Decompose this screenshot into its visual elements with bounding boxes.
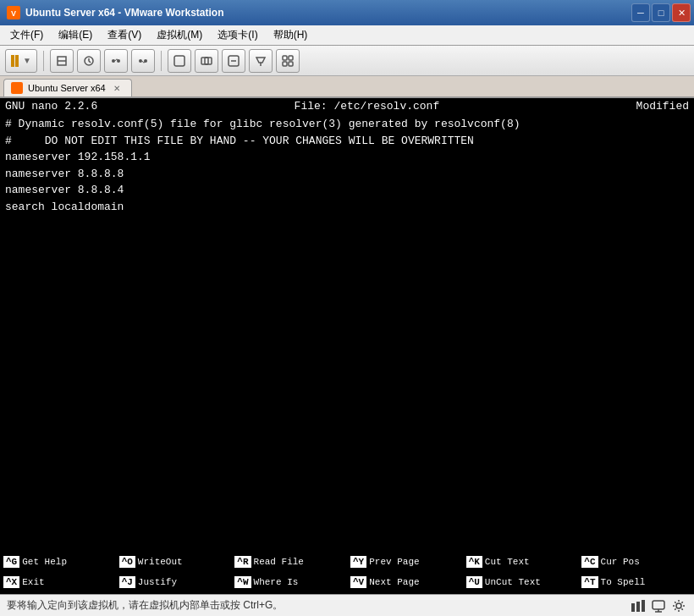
settings-icon-status	[670, 597, 687, 614]
shortcut-key[interactable]: ^V	[350, 576, 366, 588]
svg-rect-21	[631, 603, 635, 612]
shortcut-key[interactable]: ^K	[466, 556, 482, 568]
toolbar-btn-5[interactable]	[168, 49, 191, 73]
terminal-line: search localdomain	[5, 199, 689, 216]
terminal-line: nameserver 8.8.8.8	[5, 166, 689, 183]
shortcut-key[interactable]: ^U	[466, 576, 482, 588]
toolbar-btn-9[interactable]	[276, 49, 300, 73]
menu-edit[interactable]: 编辑(E)	[52, 26, 99, 44]
shortcut-item: ^KCut Text	[463, 552, 579, 572]
nano-header-right: Modified	[636, 100, 689, 113]
toolbar: ▼	[0, 46, 694, 76]
svg-rect-17	[289, 56, 293, 60]
shortcut-bar: ^GGet Help^OWriteOut^RRead File^YPrev Pa…	[0, 550, 694, 594]
svg-rect-19	[289, 62, 293, 66]
shortcut-label: Next Page	[369, 577, 419, 587]
tab-ubuntu[interactable]: Ubuntu Server x64 ✕	[3, 79, 132, 96]
shortcut-label: Justify	[138, 577, 177, 587]
shortcut-item: ^YPrev Page	[347, 552, 463, 572]
shortcut-item: ^TTo Spell	[578, 572, 694, 592]
toolbar-btn-7[interactable]	[222, 49, 245, 73]
toolbar-btn-6[interactable]	[195, 49, 218, 73]
tab-label: Ubuntu Server x64	[28, 83, 106, 93]
toolbar-sep-1	[43, 51, 44, 71]
menu-vm[interactable]: 虚拟机(M)	[150, 26, 209, 44]
shortcut-label: To Spell	[601, 577, 646, 587]
svg-point-5	[112, 59, 115, 63]
terminal-line: nameserver 8.8.8.4	[5, 182, 689, 199]
title-bar-left: V Ubuntu Server x64 - VMware Workstation	[7, 6, 224, 19]
maximize-button[interactable]: □	[652, 3, 670, 22]
shortcut-item: ^RRead File	[231, 552, 347, 572]
terminal-line: # DO NOT EDIT THIS FILE BY HAND -- YOUR …	[5, 133, 689, 150]
svg-rect-24	[653, 601, 664, 609]
shortcut-item: ^VNext Page	[347, 572, 463, 592]
svg-marker-14	[256, 58, 265, 63]
pause-button[interactable]: ▼	[5, 49, 37, 73]
shortcut-key[interactable]: ^R	[234, 556, 251, 568]
svg-text:V: V	[11, 9, 16, 18]
terminal-line: # Dynamic resolv.conf(5) file for glibc …	[5, 116, 689, 133]
menu-file[interactable]: 文件(F)	[3, 26, 50, 44]
svg-rect-16	[283, 56, 287, 60]
shortcut-label: Get Help	[22, 557, 67, 567]
toolbar-btn-1[interactable]	[50, 49, 74, 73]
vm-icon-status	[650, 597, 667, 614]
menu-help[interactable]: 帮助(H)	[267, 26, 315, 44]
shortcut-label: Read File	[254, 557, 304, 567]
svg-rect-20	[13, 84, 21, 92]
shortcut-key[interactable]: ^W	[234, 576, 251, 588]
toolbar-btn-3[interactable]	[104, 49, 128, 73]
nano-header: GNU nano 2.2.6 File: /etc/resolv.conf Mo…	[0, 98, 694, 114]
shortcut-item: ^WWhere Is	[231, 572, 347, 592]
status-bar: 要将输入定向到该虚拟机，请在虚拟机内部单击或按 Ctrl+G。	[0, 594, 694, 616]
svg-point-27	[676, 603, 681, 608]
title-bar: V Ubuntu Server x64 - VMware Workstation…	[0, 0, 694, 25]
vmware-icon: V	[7, 6, 20, 19]
shortcut-label: Cut Text	[485, 557, 530, 567]
toolbar-sep-2	[161, 51, 162, 71]
shortcut-label: Exit	[22, 577, 44, 587]
tab-bar: Ubuntu Server x64 ✕	[0, 76, 694, 98]
tab-vm-icon	[11, 82, 23, 94]
terminal-line: nameserver 192.158.1.1	[5, 149, 689, 166]
toolbar-btn-4[interactable]	[131, 49, 155, 73]
nano-header-center: File: /etc/resolv.conf	[295, 100, 440, 113]
shortcut-key[interactable]: ^O	[119, 556, 135, 568]
shortcut-label: Prev Page	[369, 557, 419, 567]
menu-tabs[interactable]: 选项卡(I)	[211, 26, 264, 44]
shortcut-item: ^GGet Help	[0, 552, 116, 572]
minimize-button[interactable]: ─	[631, 3, 650, 22]
shortcut-label: Where Is	[254, 577, 299, 587]
shortcut-item: ^CCur Pos	[578, 552, 694, 572]
menu-bar: 文件(F) 编辑(E) 查看(V) 虚拟机(M) 选项卡(I) 帮助(H)	[0, 25, 694, 46]
shortcut-key[interactable]: ^C	[581, 556, 598, 568]
close-button[interactable]: ✕	[672, 3, 691, 22]
shortcut-key[interactable]: ^J	[119, 576, 135, 588]
network-icon	[630, 597, 647, 614]
tab-close-button[interactable]: ✕	[111, 82, 123, 94]
nano-header-left: GNU nano 2.2.6	[5, 100, 97, 113]
svg-rect-22	[636, 602, 640, 612]
nano-content[interactable]: # Dynamic resolv.conf(5) file for glibc …	[0, 114, 694, 550]
shortcut-label: WriteOut	[138, 557, 183, 567]
svg-rect-18	[283, 62, 287, 66]
shortcut-key[interactable]: ^G	[3, 556, 19, 568]
svg-rect-23	[642, 600, 645, 612]
shortcut-key[interactable]: ^X	[3, 576, 19, 588]
shortcut-key[interactable]: ^T	[581, 576, 598, 588]
shortcut-key[interactable]: ^Y	[350, 556, 366, 568]
window-title: Ubuntu Server x64 - VMware Workstation	[25, 7, 224, 19]
shortcut-label: Cur Pos	[601, 557, 640, 567]
shortcut-item: ^XExit	[0, 572, 116, 592]
svg-rect-9	[174, 56, 185, 66]
shortcut-item: ^JJustify	[116, 572, 232, 592]
shortcut-item: ^OWriteOut	[116, 552, 232, 572]
menu-view[interactable]: 查看(V)	[101, 26, 148, 44]
shortcut-label: UnCut Text	[485, 577, 541, 587]
status-text: 要将输入定向到该虚拟机，请在虚拟机内部单击或按 Ctrl+G。	[7, 598, 283, 613]
window-controls: ─ □ ✕	[631, 3, 691, 22]
toolbar-btn-8[interactable]	[249, 49, 273, 73]
terminal-container[interactable]: GNU nano 2.2.6 File: /etc/resolv.conf Mo…	[0, 98, 694, 594]
toolbar-btn-2[interactable]	[77, 49, 101, 73]
